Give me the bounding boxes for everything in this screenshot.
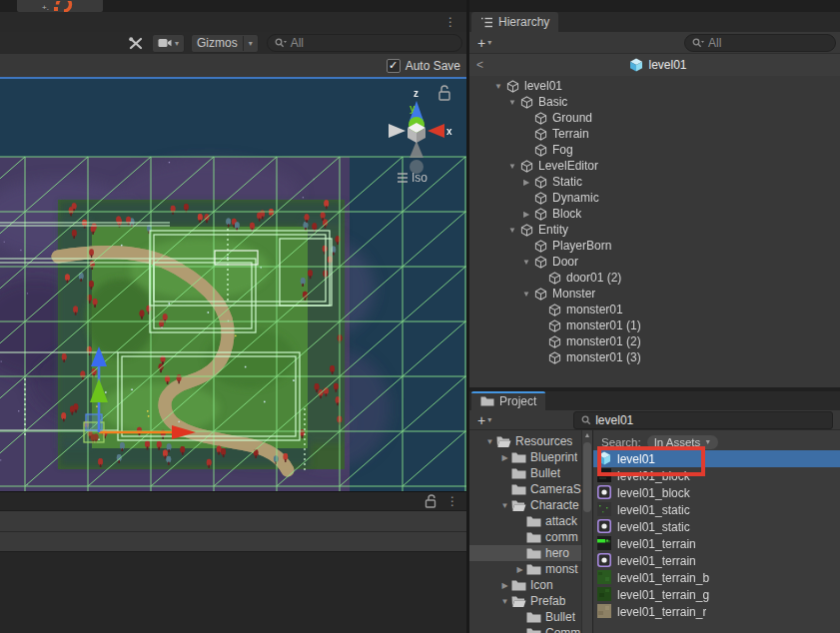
scrollbar-thumb[interactable] <box>583 442 591 512</box>
hierarchy-item-label: Entity <box>538 223 568 237</box>
autosave-checkbox[interactable]: ✓ <box>387 59 401 73</box>
expand-arrow-icon[interactable]: ▶ <box>513 565 526 574</box>
gizmos-dropdown[interactable]: Gizmos ▾ <box>191 34 259 53</box>
asset-row[interactable]: level01_terrain_r <box>593 603 840 620</box>
scene-viewport[interactable]: z y x Iso <box>0 79 466 491</box>
project-folder-row[interactable]: ▶ monst <box>469 561 581 577</box>
scene-panel-menu-icon[interactable]: ⋮ <box>444 16 456 28</box>
search-scope-dropdown[interactable]: In Assets ▼ <box>647 435 719 449</box>
hierarchy-item-label: monster01 <box>566 303 623 316</box>
hierarchy-row[interactable]: ▶ Static <box>469 174 840 190</box>
hierarchy-row[interactable]: ▼ Monster <box>469 286 840 302</box>
tab-project[interactable]: Project <box>471 391 545 410</box>
hierarchy-row[interactable]: monster01 (3) <box>469 349 840 365</box>
hierarchy-item-label: Ground <box>552 111 592 125</box>
project-folder-row[interactable]: attack <box>469 513 581 529</box>
expand-arrow-icon[interactable]: ▶ <box>519 210 533 219</box>
hierarchy-row[interactable]: Ground <box>469 110 840 126</box>
bottom-panel-menu-icon[interactable]: ⋮ <box>446 495 458 507</box>
search-icon <box>581 415 591 425</box>
scroll-up-icon[interactable]: ▲ <box>582 431 592 438</box>
collapse-arrow-icon[interactable]: ▼ <box>483 437 496 446</box>
hierarchy-row[interactable]: ▼ level01 <box>469 78 840 94</box>
asset-row[interactable]: level01_block <box>593 484 840 501</box>
project-folder-row[interactable]: ▼ Resources <box>469 433 581 449</box>
asset-row[interactable]: level01_terrain <box>593 535 840 552</box>
collapse-arrow-icon[interactable]: ▼ <box>519 258 533 267</box>
project-add-button[interactable]: +▾ <box>473 412 495 428</box>
asset-name: level01_block <box>617 486 690 500</box>
expand-arrow-icon[interactable]: ▶ <box>498 453 511 462</box>
project-folder-row[interactable]: Bullet <box>469 465 581 481</box>
asset-row[interactable]: level01_terrain <box>593 552 840 569</box>
gameobject-cube-icon <box>505 79 519 93</box>
project-search-input[interactable]: level01 <box>573 411 833 429</box>
project-folder-row[interactable]: comm <box>469 529 581 545</box>
folder-icon <box>526 547 541 560</box>
scene-camera-button[interactable]: ▾ <box>152 34 185 53</box>
hierarchy-search-placeholder: All <box>708 36 721 50</box>
project-folder-row[interactable]: ▶ Icon <box>469 577 581 593</box>
project-folder-row[interactable]: Comm <box>469 625 581 633</box>
asset-row[interactable]: level01 <box>593 450 840 467</box>
hierarchy-row[interactable]: monster01 <box>469 302 840 317</box>
gameobject-cube-icon <box>533 111 547 125</box>
asset-purple-icon <box>597 553 612 568</box>
asset-row[interactable]: level01_static <box>593 518 840 535</box>
gameobject-cube-icon <box>533 127 547 141</box>
axis-z-label: z <box>414 88 419 99</box>
hierarchy-search-input[interactable]: All <box>684 34 836 52</box>
bottom-panel-row[interactable] <box>0 531 466 552</box>
bottom-panel-row[interactable] <box>0 510 466 532</box>
asset-row[interactable]: level01_terrain_g <box>593 586 840 603</box>
asset-row[interactable]: level01_block <box>593 467 840 484</box>
folder-open-icon <box>511 499 526 512</box>
collapse-arrow-icon[interactable]: ▼ <box>505 162 519 171</box>
breadcrumb-current[interactable]: level01 <box>516 58 800 72</box>
bottom-panel-body <box>0 551 466 633</box>
hierarchy-row[interactable]: ▼ Door <box>469 254 840 270</box>
project-folder-row[interactable]: Bullet <box>469 609 581 625</box>
project-folder-row[interactable]: ▼ Characte <box>469 497 581 513</box>
hierarchy-row[interactable]: door01 (2) <box>469 270 840 286</box>
project-folder-row[interactable]: CameraS <box>469 481 581 497</box>
asset-name: level01_terrain <box>617 537 696 551</box>
project-folder-row[interactable]: ▶ Blueprint <box>469 449 581 465</box>
hierarchy-row[interactable]: ▶ Block <box>469 206 840 222</box>
expand-arrow-icon[interactable]: ▶ <box>498 581 511 590</box>
asset-row[interactable]: level01_terrain_b <box>593 569 840 586</box>
breadcrumb-back-button[interactable]: < <box>469 58 516 72</box>
collapse-arrow-icon[interactable]: ▼ <box>519 290 533 299</box>
gameobject-cube-icon <box>547 334 561 348</box>
search-filter-icon <box>275 38 287 48</box>
hierarchy-item-label: Fog <box>552 143 573 157</box>
custom-tools-icon[interactable] <box>128 36 144 51</box>
collapse-arrow-icon[interactable]: ▼ <box>505 226 519 235</box>
search-results-header: Search: In Assets ▼ <box>593 430 840 450</box>
expand-arrow-icon[interactable]: ▶ <box>519 178 533 187</box>
folder-label: Comm <box>545 626 580 633</box>
hierarchy-add-button[interactable]: +▾ <box>473 35 495 51</box>
collapse-arrow-icon[interactable]: ▼ <box>498 501 511 510</box>
tab-hierarchy[interactable]: Hierarchy <box>471 12 558 32</box>
project-folder-row[interactable]: ▼ Prefab <box>469 593 581 609</box>
hierarchy-row[interactable]: ▼ Basic <box>469 94 840 110</box>
hierarchy-row[interactable]: monster01 (1) <box>469 317 840 333</box>
collapse-arrow-icon[interactable]: ▼ <box>491 82 505 91</box>
hierarchy-row[interactable]: Fog <box>469 142 840 158</box>
hierarchy-row[interactable]: ▼ LevelEditor <box>469 158 840 174</box>
hierarchy-item-label: door01 (2) <box>566 271 621 285</box>
hierarchy-item-label: monster01 (3) <box>566 350 641 364</box>
lock-open-icon[interactable] <box>424 494 436 508</box>
hierarchy-row[interactable]: Terrain <box>469 126 840 142</box>
scene-search-input[interactable]: All <box>267 34 462 52</box>
hierarchy-row[interactable]: ▼ Entity <box>469 222 840 238</box>
hierarchy-row[interactable]: PlayerBorn <box>469 238 840 254</box>
hierarchy-row[interactable]: monster01 (2) <box>469 333 840 349</box>
asset-row[interactable]: level01_static <box>593 501 840 518</box>
collapse-arrow-icon[interactable]: ▼ <box>505 98 519 107</box>
collapse-arrow-icon[interactable]: ▼ <box>498 597 511 606</box>
project-folder-row[interactable]: hero <box>469 545 581 561</box>
folder-scrollbar[interactable]: ▲ <box>581 430 592 633</box>
hierarchy-row[interactable]: Dynamic <box>469 190 840 206</box>
